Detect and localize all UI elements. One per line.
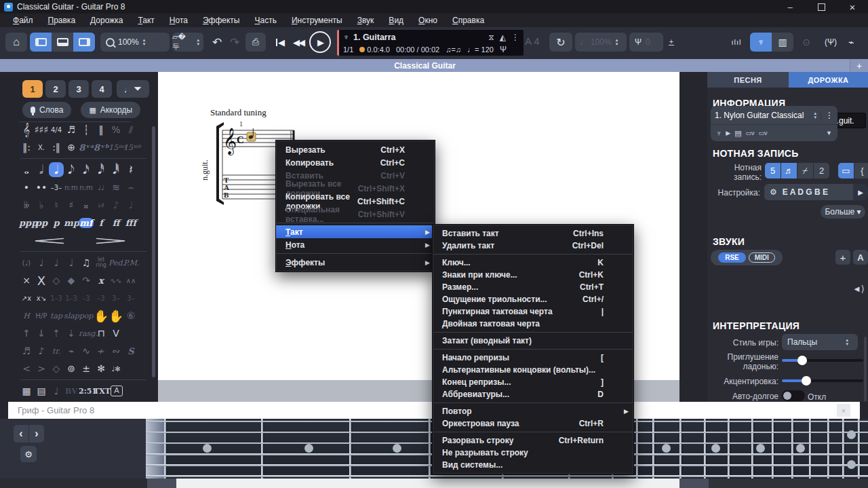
- guitar-string-6[interactable]: [146, 475, 868, 477]
- palette-item[interactable]: ×: [19, 275, 34, 286]
- palette-item[interactable]: –3–: [49, 184, 64, 191]
- palette-item[interactable]: :‖: [49, 142, 64, 153]
- menubar-item-эффекты[interactable]: Эффекты: [195, 14, 248, 26]
- palette-item[interactable]: ±: [79, 363, 94, 374]
- palette-item[interactable]: n:m: [64, 184, 79, 191]
- palette-item[interactable]: ◆: [64, 275, 79, 286]
- palette-item[interactable]: ✋: [108, 309, 123, 323]
- rewind-button[interactable]: ◀◀: [289, 33, 308, 52]
- palette-item[interactable]: ♩: [64, 257, 79, 268]
- menubar-item-справка[interactable]: Справка: [445, 14, 492, 26]
- palette-item[interactable]: X.: [34, 144, 49, 151]
- tuning-field[interactable]: ⚙E A D G B E: [764, 184, 858, 200]
- more-button[interactable]: Больше ▾: [821, 205, 865, 219]
- voice-button-3[interactable]: 3: [68, 80, 89, 98]
- palette-item[interactable]: ♩♩: [94, 184, 108, 191]
- keyboard-view-button[interactable]: ▥: [772, 33, 793, 52]
- menu-item-вид-системы-[interactable]: Вид системы...: [433, 459, 633, 471]
- palette-item[interactable]: 𝅘𝅥𝅮: [64, 162, 79, 177]
- palette-item[interactable]: 𝅘𝅥𝅱: [108, 162, 123, 177]
- palette-item[interactable]: ♮: [49, 200, 64, 210]
- menu-item-размер-[interactable]: Размер...Ctrl+T: [433, 281, 633, 293]
- palette-item[interactable]: 2:51: [79, 387, 94, 396]
- palette-item[interactable]: ♩: [49, 386, 64, 396]
- menubar-item-часть[interactable]: Часть: [247, 14, 283, 26]
- palette-item[interactable]: ♯: [64, 200, 79, 210]
- menu-item-вырезать[interactable]: ВырезатьCtrl+X: [276, 143, 435, 156]
- palette-item[interactable]: ∧∧: [123, 277, 138, 284]
- palette-item[interactable]: pp: [34, 218, 49, 228]
- add-song-tab-button[interactable]: +: [850, 59, 868, 72]
- palette-item[interactable]: 8ᵛᵃ: [79, 143, 94, 153]
- palette-item[interactable]: ≋: [108, 182, 123, 193]
- undo-button[interactable]: ↶: [208, 33, 226, 52]
- menu-item-знаки-при-ключе-[interactable]: Знаки при ключе...Ctrl+K: [433, 269, 633, 281]
- palette-item[interactable]: ⫽: [123, 124, 138, 136]
- voice-button-2[interactable]: 2: [45, 80, 66, 98]
- palette-item[interactable]: 𝅘𝅥: [49, 162, 64, 177]
- palette-item[interactable]: –3: [94, 295, 108, 302]
- palette-item[interactable]: ⇣: [64, 328, 79, 339]
- menu-item-специальная-вставка-[interactable]: Специальная вставка...Ctrl+Shift+V: [276, 208, 435, 221]
- notation-type-button-1[interactable]: ♬: [781, 163, 797, 179]
- auto-let-ring-toggle[interactable]: [782, 390, 805, 401]
- menu-item-ощущение-триольности-[interactable]: Ощущение триольности...Ctrl+/: [433, 293, 633, 305]
- palette-item[interactable]: 3–: [123, 295, 138, 302]
- print-button[interactable]: ⎙: [245, 33, 266, 52]
- fretboard-view-button[interactable]: ♆: [750, 33, 772, 52]
- palette-item[interactable]: ✻: [94, 363, 108, 374]
- palette-item[interactable]: ⊚: [64, 363, 79, 374]
- metronome-icon[interactable]: ◭: [500, 33, 506, 42]
- palette-item[interactable]: ♩: [34, 257, 49, 268]
- sound-spinner[interactable]: ▴▾: [810, 111, 821, 119]
- menu-item-начало-репризы[interactable]: Начало репризы[: [433, 352, 633, 364]
- palette-item[interactable]: 𝅘𝅥𝅰: [94, 162, 108, 177]
- close-button[interactable]: ×: [837, 0, 868, 14]
- palette-item[interactable]: >: [0, 234, 158, 247]
- palette-item[interactable]: tr.: [49, 347, 64, 356]
- notation-view-button-0[interactable]: ▭: [838, 163, 854, 179]
- score-scrollbar-track[interactable]: [176, 478, 679, 488]
- palette-item[interactable]: P.M.: [123, 259, 138, 267]
- palette-item[interactable]: ♬: [19, 345, 34, 356]
- restore-button[interactable]: [806, 0, 837, 14]
- sound-menu-icon[interactable]: ⋮: [821, 111, 833, 120]
- palette-item[interactable]: 8ᵛᵇ: [94, 143, 108, 153]
- menu-item-затакт-вводный-такт-[interactable]: Затакт (вводный такт): [433, 335, 633, 347]
- palette-item[interactable]: ♩: [123, 200, 138, 210]
- chain-expand-icon[interactable]: ▼: [826, 130, 832, 136]
- toggle-left-panel-button[interactable]: [30, 33, 52, 52]
- palette-item[interactable]: ≁: [94, 345, 108, 356]
- palette-item[interactable]: ┆: [79, 124, 94, 135]
- menu-item-эффекты[interactable]: Эффекты▶: [276, 256, 435, 269]
- palette-item[interactable]: ⊓: [94, 328, 108, 339]
- palette-item[interactable]: BV: [64, 387, 79, 396]
- menu-item-альтернативные-концовки-вольты-[interactable]: Альтернативные концовки (вольты)...: [433, 364, 633, 376]
- menu-item-аббревиатуры-[interactable]: Аббревиатуры...D: [433, 388, 633, 400]
- minimize-button[interactable]: –: [774, 0, 806, 14]
- menubar-item-такт[interactable]: Такт: [130, 14, 161, 26]
- palette-item[interactable]: ▦: [19, 386, 34, 396]
- song-tab-bar[interactable]: Classical Guitar +: [0, 59, 868, 72]
- palette-item[interactable]: •: [19, 182, 34, 193]
- palette-item[interactable]: ♯♯♯: [34, 124, 49, 135]
- palette-item[interactable]: Ped.: [108, 259, 123, 267]
- palette-item[interactable]: H/P: [34, 312, 49, 320]
- palette-item[interactable]: S: [123, 346, 138, 356]
- zoom-control[interactable]: 100% ▴▾: [100, 33, 170, 52]
- menubar-item-вид[interactable]: Вид: [381, 14, 411, 26]
- palette-item[interactable]: ↷: [79, 275, 94, 286]
- tab-song[interactable]: ПЕСНЯ: [707, 72, 789, 88]
- voice-button-4[interactable]: 4: [92, 80, 112, 98]
- palette-item[interactable]: tap: [49, 312, 64, 320]
- palette-item[interactable]: p: [49, 218, 64, 228]
- palette-item[interactable]: ✋: [94, 309, 108, 323]
- fretboard-next-button[interactable]: ›: [29, 425, 44, 443]
- rse-button[interactable]: RSE: [718, 252, 746, 263]
- palette-item[interactable]: ⌢: [123, 182, 138, 193]
- transpose-control[interactable]: Ψ 0: [629, 33, 663, 52]
- toggle-bottom-panel-button[interactable]: [52, 33, 73, 52]
- palette-item[interactable]: 𝅝: [19, 162, 34, 177]
- palette-item[interactable]: V: [108, 328, 123, 339]
- palette-item[interactable]: x↘: [34, 295, 49, 302]
